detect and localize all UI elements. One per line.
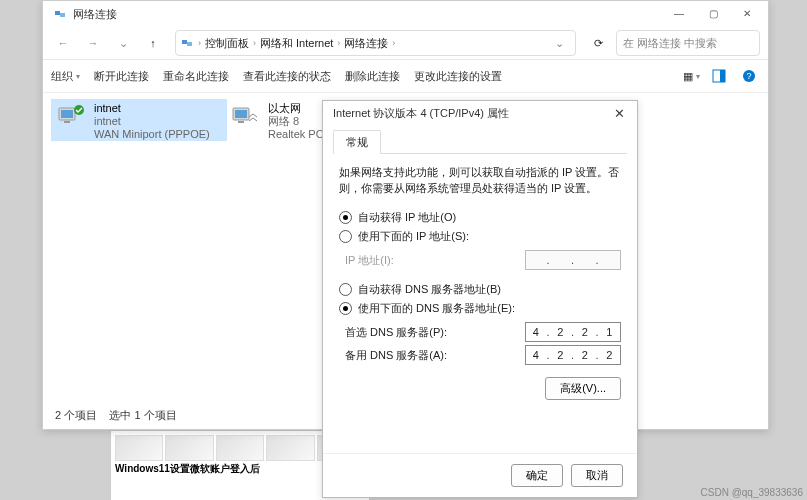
svg-rect-5: [720, 70, 725, 82]
svg-rect-13: [235, 110, 247, 118]
cancel-button[interactable]: 取消: [571, 464, 623, 487]
dns-secondary-label: 备用 DNS 服务器(A):: [345, 348, 525, 363]
view-mode-button[interactable]: ▦▾: [683, 70, 700, 83]
search-input[interactable]: 在 网络连接 中搜索: [616, 30, 760, 56]
radio-dns-auto[interactable]: 自动获得 DNS 服务器地址(B): [339, 282, 621, 297]
details-pane-icon[interactable]: [708, 65, 730, 87]
tab-general[interactable]: 常规: [333, 130, 381, 154]
ip-address-label: IP 地址(I):: [345, 253, 525, 268]
radio-icon: [339, 283, 352, 296]
conn-name: intnet: [94, 102, 210, 115]
recent-dropdown[interactable]: ⌄: [111, 31, 135, 55]
radio-ip-auto[interactable]: 自动获得 IP 地址(O): [339, 210, 621, 225]
cmd-disconnect[interactable]: 断开此连接: [94, 69, 149, 84]
cmd-delete[interactable]: 删除此连接: [345, 69, 400, 84]
status-bar: 2 个项目 选中 1 个项目: [55, 408, 177, 423]
titlebar[interactable]: 网络连接 — ▢ ✕: [43, 1, 768, 27]
dns-primary-label: 首选 DNS 服务器(P):: [345, 325, 525, 340]
dns-primary-input[interactable]: 4. 2. 2. 1: [525, 322, 621, 342]
up-button[interactable]: ↑: [141, 31, 165, 55]
svg-rect-2: [182, 40, 187, 44]
connection-icon: [54, 102, 88, 132]
cmd-status[interactable]: 查看此连接的状态: [243, 69, 331, 84]
dialog-title: Internet 协议版本 4 (TCP/IPv4) 属性: [333, 106, 509, 121]
crumb-dropdown[interactable]: ⌄: [547, 31, 571, 55]
refresh-button[interactable]: ⟳: [586, 31, 610, 55]
ipv4-properties-dialog: Internet 协议版本 4 (TCP/IPv4) 属性 ✕ 常规 如果网络支…: [322, 100, 638, 498]
window-icon: [53, 7, 67, 21]
command-bar: 组织▾ 断开此连接 重命名此连接 查看此连接的状态 删除此连接 更改此连接的设置…: [43, 60, 768, 93]
maximize-button[interactable]: ▢: [696, 2, 730, 26]
conn-status: intnet: [94, 115, 210, 128]
radio-icon: [339, 302, 352, 315]
close-button[interactable]: ✕: [730, 2, 764, 26]
selected-count: 选中 1 个项目: [109, 409, 176, 421]
radio-icon: [339, 211, 352, 224]
svg-rect-14: [238, 121, 244, 123]
help-icon[interactable]: ?: [738, 65, 760, 87]
breadcrumb-root-icon[interactable]: [180, 36, 194, 50]
item-count: 2 个项目: [55, 409, 97, 421]
organize-menu[interactable]: 组织▾: [51, 69, 80, 84]
radio-ip-manual[interactable]: 使用下面的 IP 地址(S):: [339, 229, 621, 244]
dialog-titlebar[interactable]: Internet 协议版本 4 (TCP/IPv4) 属性 ✕: [323, 101, 637, 125]
svg-rect-1: [60, 13, 65, 17]
crumb-control-panel[interactable]: 控制面板: [205, 36, 249, 51]
ip-address-input: ...: [525, 250, 621, 270]
radio-icon: [339, 230, 352, 243]
advanced-button[interactable]: 高级(V)...: [545, 377, 621, 400]
window-title: 网络连接: [73, 7, 117, 22]
svg-rect-10: [64, 121, 70, 123]
ok-button[interactable]: 确定: [511, 464, 563, 487]
minimize-button[interactable]: —: [662, 2, 696, 26]
cmd-settings[interactable]: 更改此连接的设置: [414, 69, 502, 84]
thumb: [216, 435, 264, 461]
conn-device: WAN Miniport (PPPOE): [94, 128, 210, 141]
watermark: CSDN @qq_39833636: [701, 487, 803, 498]
connection-intnet[interactable]: intnet intnet WAN Miniport (PPPOE): [51, 99, 227, 141]
back-button[interactable]: ←: [51, 31, 75, 55]
forward-button[interactable]: →: [81, 31, 105, 55]
dns-secondary-input[interactable]: 4. 2. 2. 2: [525, 345, 621, 365]
svg-rect-0: [55, 11, 60, 15]
crumb-network-internet[interactable]: 网络和 Internet: [260, 36, 333, 51]
radio-dns-manual[interactable]: 使用下面的 DNS 服务器地址(E):: [339, 301, 621, 316]
cmd-rename[interactable]: 重命名此连接: [163, 69, 229, 84]
crumb-network-connections[interactable]: 网络连接: [344, 36, 388, 51]
svg-text:?: ?: [746, 71, 751, 81]
nav-bar: ← → ⌄ ↑ › 控制面板 › 网络和 Internet › 网络连接 › ⌄…: [43, 27, 768, 60]
close-button[interactable]: ✕: [605, 102, 633, 124]
tab-strip: 常规: [333, 129, 627, 154]
svg-rect-9: [61, 110, 73, 118]
thumb: [165, 435, 213, 461]
thumb: [115, 435, 163, 461]
strip-text: Windows11设置微软账户登入后: [115, 463, 260, 474]
svg-rect-3: [187, 42, 192, 46]
thumb: [266, 435, 314, 461]
description-text: 如果网络支持此功能，则可以获取自动指派的 IP 设置。否则，你需要从网络系统管理…: [339, 164, 621, 196]
connection-icon: [228, 102, 262, 132]
breadcrumb[interactable]: › 控制面板 › 网络和 Internet › 网络连接 › ⌄: [175, 30, 576, 56]
